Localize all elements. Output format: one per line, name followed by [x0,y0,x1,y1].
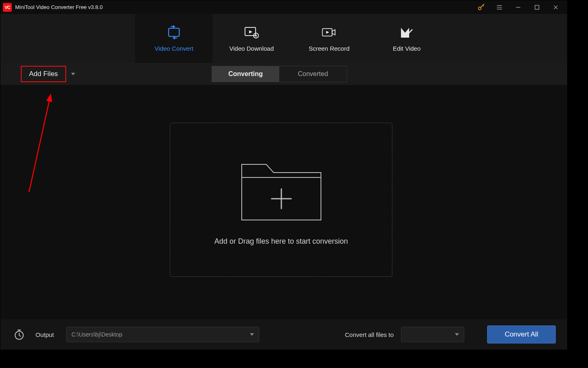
folder-add-icon [238,154,324,226]
tab-label: Video Download [229,45,274,52]
add-files-button[interactable]: Add Files [21,66,66,82]
output-label: Output [36,331,54,338]
output-path-value: C:\Users\bj\Desktop [71,331,122,338]
convert-all-button[interactable]: Convert All [487,325,556,343]
app-logo-icon: VC [3,3,12,12]
minimize-button[interactable] [513,2,523,12]
add-files-dropdown[interactable] [69,70,77,78]
annotation-arrow [25,90,58,196]
tab-edit-video[interactable]: Edit Video [368,14,445,63]
record-icon [321,25,337,39]
tab-label: Screen Record [309,45,350,52]
add-folder-icon[interactable] [0,70,19,78]
tab-video-download[interactable]: Video Download [213,14,290,63]
drop-zone[interactable]: Add or Drag files here to start conversi… [170,123,392,277]
svg-line-6 [29,96,50,192]
svg-point-0 [479,7,481,10]
timer-icon[interactable] [12,327,27,342]
drop-zone-text: Add or Drag files here to start conversi… [214,237,348,246]
bottom-bar: Output C:\Users\bj\Desktop Convert all f… [0,319,567,350]
tab-label: Edit Video [393,45,421,52]
menu-icon[interactable] [494,2,504,12]
maximize-button[interactable] [532,2,542,12]
tab-video-convert[interactable]: Video Convert [135,14,213,63]
titlebar-controls [477,2,567,12]
key-icon[interactable] [477,3,486,11]
svg-rect-1 [535,5,539,9]
tab-label: Video Convert [155,45,194,52]
chevron-down-icon [455,333,459,336]
seg-converting[interactable]: Converting [212,66,279,82]
seg-converted[interactable]: Converted [279,66,347,82]
close-button[interactable] [551,2,561,12]
work-area: Add or Drag files here to start conversi… [0,85,567,319]
titlebar: VC MiniTool Video Converter Free v3.8.0 [0,0,567,14]
tab-screen-record[interactable]: Screen Record [290,14,368,63]
format-select[interactable] [401,327,464,342]
app-title: MiniTool Video Converter Free v3.8.0 [15,4,102,10]
app-window: VC MiniTool Video Converter Free v3.8.0 [0,0,568,349]
status-segmented: Converting Converted [212,66,347,82]
add-files-group: Add Files [0,63,77,85]
convert-all-label: Convert all files to [345,331,394,338]
svg-rect-2 [169,28,179,36]
toolbar: Add Files Converting Converted [0,63,567,85]
convert-icon [166,25,182,39]
edit-icon [399,25,415,39]
chevron-down-icon [250,333,254,336]
output-path-select[interactable]: C:\Users\bj\Desktop [66,327,259,342]
main-nav: Video Convert Video Download [0,14,567,63]
download-icon [243,25,260,39]
